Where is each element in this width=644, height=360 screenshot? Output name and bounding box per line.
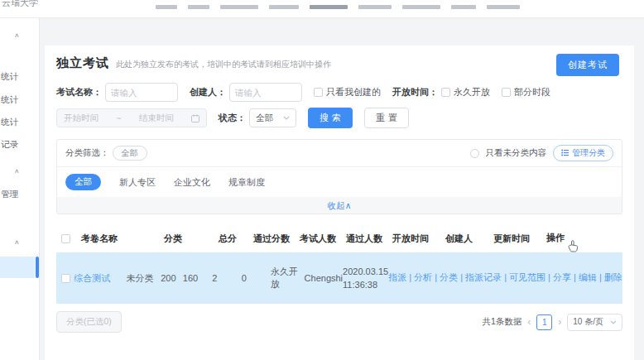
page-header: 独立考试 此处为独立发布的考试，培训中的考试请到相应培训中操作 创建考试 <box>56 55 622 71</box>
category-tab-rules[interactable]: 规章制度 <box>228 176 265 189</box>
collapse-caret-icon[interactable]: ∧ <box>14 239 20 246</box>
header-open-time: 开放时间 <box>392 233 445 245</box>
select-all-checkbox[interactable] <box>61 234 70 243</box>
batch-categorize-button[interactable]: 分类(已选0) <box>56 311 122 333</box>
header-category: 分类 <box>164 233 219 245</box>
permanent-label[interactable]: 永久开放 <box>454 86 490 98</box>
category-tab-culture[interactable]: 企业文化 <box>174 176 210 189</box>
action-edit[interactable]: 编辑 <box>579 272 604 282</box>
exam-name-input[interactable] <box>105 83 178 102</box>
sidebar-item-stats-3[interactable]: 统计 <box>1 117 18 128</box>
status-select[interactable]: 全部 <box>249 108 296 127</box>
nav-item-clipped[interactable] <box>220 5 258 9</box>
partial-period-label[interactable]: 部分时段 <box>514 86 550 98</box>
main-content-card: 独立考试 此处为独立发布的考试，培训中的考试请到相应培训中操作 创建考试 考试名… <box>45 46 634 360</box>
category-tab-all[interactable]: 全部 <box>65 174 101 190</box>
date-range-picker[interactable]: 开始时间 ~ 结束时间 <box>56 108 207 127</box>
range-separator: ~ <box>116 113 121 123</box>
action-analyze[interactable]: 分析 <box>414 272 440 282</box>
category-tabs: 全部 新人专区 企业文化 规章制度 <box>57 167 622 197</box>
only-mine-label[interactable]: 只看我创建的 <box>326 86 381 98</box>
collapse-caret-icon[interactable]: ∧ <box>14 168 20 175</box>
creator-label: 创建人： <box>190 86 226 98</box>
category-selected-tag[interactable]: 全部 <box>113 146 147 161</box>
only-uncategorized-radio[interactable] <box>470 149 479 158</box>
header-creator: 创建人 <box>445 233 493 245</box>
cell-open-time: 永久开放 <box>271 266 304 290</box>
only-uncategorized-label[interactable]: 只看未分类内容 <box>486 147 547 159</box>
reset-button[interactable]: 重置 <box>364 108 409 128</box>
total-count-text: 共1条数据 <box>482 316 521 328</box>
nav-item-clipped[interactable] <box>188 5 209 9</box>
sidebar-scrollbar-thumb[interactable] <box>36 257 39 278</box>
filter-row-2: 开始时间 ~ 结束时间 状态： 全部 搜索 重置 <box>56 108 622 128</box>
collapse-caret-icon[interactable]: ∧ <box>14 32 20 39</box>
search-button[interactable]: 搜索 <box>308 108 353 128</box>
cell-pass-count: 0 <box>242 273 271 283</box>
creator-input[interactable] <box>229 83 302 102</box>
nav-item-clipped[interactable] <box>310 5 348 9</box>
header-exam-name: 考卷名称 <box>81 233 164 245</box>
manage-category-button[interactable]: 管理分类 <box>553 145 613 161</box>
create-exam-button[interactable]: 创建考试 <box>556 54 619 76</box>
nav-item-clipped[interactable] <box>156 5 177 9</box>
table-row[interactable]: 综合测试 未分类 200 160 2 0 永久开放 Chengshi 2020.… <box>56 252 622 304</box>
nav-item-clipped[interactable] <box>269 5 299 9</box>
cell-exam-count: 2 <box>212 273 241 283</box>
cell-category: 未分类 <box>126 272 161 285</box>
category-filter-label: 分类筛选： <box>65 147 109 159</box>
header-updated: 更新时间 <box>493 232 546 246</box>
chevron-down-icon <box>610 320 617 324</box>
category-filter-panel: 分类筛选： 全部 只看未分类内容 管理分类 全部 新人专区 企业文化 规章制度 … <box>56 139 622 214</box>
action-categorize[interactable]: 分类 <box>440 272 465 282</box>
brand-logo-text[interactable]: 云瑞大学 <box>2 0 38 9</box>
sidebar-item-manage[interactable]: 管理 <box>1 189 18 200</box>
page-number-1[interactable]: 1 <box>536 314 552 330</box>
header-actions: 操作 <box>546 228 622 249</box>
cell-updated: 2020.03.15 11:36:38 <box>343 265 388 292</box>
nav-item-clipped[interactable] <box>487 5 520 9</box>
nav-item-clipped[interactable] <box>358 5 392 9</box>
exam-name-link[interactable]: 综合测试 <box>74 273 110 283</box>
category-filter-row: 分类筛选： 全部 只看未分类内容 管理分类 <box>57 140 622 167</box>
filter-row-1: 考试名称： 创建人： 只看我创建的 开放时间： 永久开放 部分时段 <box>56 83 622 102</box>
nav-item-clipped[interactable] <box>402 5 440 9</box>
prev-page-icon[interactable]: ‹ <box>527 316 531 328</box>
exam-table: 考卷名称 分类 总分 通过分数 考试人数 通过人数 开放时间 创建人 更新时间 … <box>56 224 622 304</box>
header-exam-count: 考试人数 <box>300 233 346 245</box>
sidebar-item-records[interactable]: 记录 <box>1 139 18 151</box>
exam-name-label: 考试名称： <box>56 86 102 98</box>
header-pass-count: 通过人数 <box>346 233 392 245</box>
chevron-down-icon <box>283 116 290 120</box>
action-share[interactable]: 分享 <box>553 272 579 282</box>
cell-pass-score: 160 <box>183 273 212 283</box>
next-page-icon[interactable]: › <box>558 316 561 328</box>
page-title: 独立考试 <box>56 55 109 71</box>
end-time-placeholder: 结束时间 <box>139 113 174 124</box>
sidebar-item-stats-1[interactable]: 统计 <box>1 71 18 83</box>
row-checkbox[interactable] <box>61 274 70 283</box>
only-mine-checkbox[interactable] <box>314 88 323 97</box>
permanent-checkbox[interactable] <box>441 88 450 97</box>
partial-period-checkbox[interactable] <box>502 88 511 97</box>
nav-item-clipped[interactable] <box>451 5 476 9</box>
header-total-score: 总分 <box>219 233 253 245</box>
table-footer: 分类(已选0) 共1条数据 ‹ 1 › 10 条/页 <box>56 311 622 333</box>
manage-category-icon <box>561 149 569 158</box>
sidebar-item-selected[interactable] <box>0 257 35 278</box>
cell-total-score: 200 <box>161 273 183 283</box>
header-pass-score: 通过分数 <box>253 233 300 245</box>
page-size-select[interactable]: 10 条/页 <box>567 314 622 331</box>
collapse-panel-link[interactable]: 收起∧ <box>57 197 622 214</box>
calendar-icon <box>191 114 199 122</box>
top-nav-items-clipped[interactable] <box>156 5 520 9</box>
sidebar-item-stats-2[interactable]: 统计 <box>1 94 18 106</box>
cell-actions: 指派分析分类指派记录可见范围分享编辑删除 <box>388 267 622 289</box>
action-delete[interactable]: 删除 <box>604 272 622 282</box>
status-value: 全部 <box>256 113 273 124</box>
start-time-placeholder: 开始时间 <box>64 113 99 124</box>
action-assign-record[interactable]: 指派记录 <box>465 272 509 282</box>
action-visibility[interactable]: 可见范围 <box>509 272 553 282</box>
action-assign[interactable]: 指派 <box>388 272 414 282</box>
category-tab-newcomer[interactable]: 新人专区 <box>119 176 156 189</box>
